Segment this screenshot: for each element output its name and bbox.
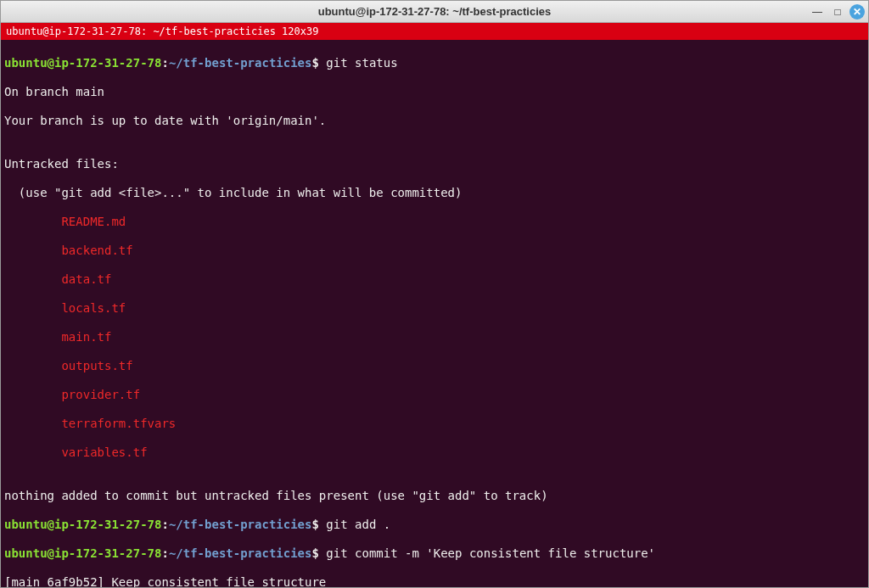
prompt-dollar: $: [311, 56, 318, 70]
prompt-user: ubuntu@ip-172-31-27-78: [4, 518, 161, 531]
output-line: nothing added to commit but untracked fi…: [4, 489, 865, 503]
output-line: On branch main: [4, 85, 865, 99]
output-line: Your branch is up to date with 'origin/m…: [4, 114, 865, 128]
untracked-file: terraform.tfvars: [4, 417, 865, 431]
minimize-button[interactable]: —: [809, 3, 826, 20]
prompt-colon: :: [161, 56, 168, 70]
prompt-dollar: $: [311, 546, 318, 560]
prompt-colon: :: [161, 518, 168, 531]
output-line: Untracked files:: [4, 157, 865, 171]
window-title: ubuntu@ip-172-31-27-78: ~/tf-best-practi…: [318, 5, 552, 18]
output-line: [main 6af9b52] Keep consistent file stru…: [4, 575, 865, 587]
untracked-file: README.md: [4, 215, 865, 229]
maximize-button[interactable]: □: [829, 3, 846, 20]
window-controls: — □ ✕: [809, 3, 865, 20]
command-git-add: git add .: [319, 518, 390, 531]
prompt-path: ~/tf-best-practicies: [169, 546, 312, 560]
prompt-dollar: $: [311, 518, 318, 531]
untracked-file: variables.tf: [4, 445, 865, 460]
prompt-colon: :: [161, 546, 168, 560]
untracked-file: main.tf: [4, 330, 865, 344]
command-git-commit: git commit -m 'Keep consistent file stru…: [319, 546, 655, 560]
untracked-file: locals.tf: [4, 301, 865, 316]
untracked-file: provider.tf: [4, 388, 865, 402]
close-button[interactable]: ✕: [849, 4, 865, 20]
untracked-file: outputs.tf: [4, 359, 865, 373]
terminal-tab[interactable]: ubuntu@ip-172-31-27-78: ~/tf-best-practi…: [6, 25, 318, 37]
untracked-file: backend.tf: [4, 244, 865, 258]
titlebar[interactable]: ubuntu@ip-172-31-27-78: ~/tf-best-practi…: [1, 1, 868, 23]
prompt-user: ubuntu@ip-172-31-27-78: [4, 546, 161, 560]
terminal-window: ubuntu@ip-172-31-27-78: ~/tf-best-practi…: [0, 0, 869, 588]
output-line: (use "git add <file>..." to include in w…: [4, 186, 865, 200]
tab-strip: ubuntu@ip-172-31-27-78: ~/tf-best-practi…: [1, 23, 868, 40]
command-git-status: git status: [319, 56, 398, 70]
prompt-path: ~/tf-best-practicies: [169, 518, 312, 531]
terminal-body[interactable]: ubuntu@ip-172-31-27-78:~/tf-best-practic…: [1, 40, 868, 587]
prompt-path: ~/tf-best-practicies: [169, 56, 312, 70]
untracked-file: data.tf: [4, 272, 865, 287]
prompt-user: ubuntu@ip-172-31-27-78: [4, 56, 161, 70]
